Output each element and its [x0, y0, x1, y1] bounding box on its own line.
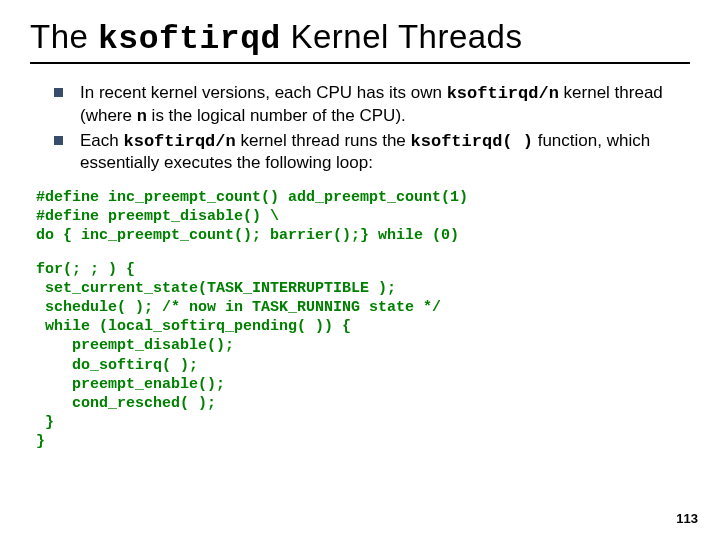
bullet-code: ksoftirqd/n: [447, 84, 559, 103]
bullet-code: ksoftirqd( ): [411, 132, 533, 151]
title-post: Kernel Threads: [281, 18, 523, 55]
bullet-item: Each ksoftirqd/n kernel thread runs the …: [54, 130, 680, 175]
bullet-text: kernel thread runs the: [236, 131, 411, 150]
title-code: ksoftirqd: [98, 21, 281, 58]
slide-title: The ksoftirqd Kernel Threads: [30, 18, 690, 58]
bullet-code: ksoftirqd/n: [123, 132, 235, 151]
code-block-loop: for(; ; ) { set_current_state(TASK_INTER…: [36, 260, 690, 452]
bullet-item: In recent kernel versions, each CPU has …: [54, 82, 680, 128]
code-block-defines: #define inc_preempt_count() add_preempt_…: [36, 188, 690, 246]
page-number: 113: [676, 511, 698, 526]
bullet-text: In recent kernel versions, each CPU has …: [80, 83, 447, 102]
title-rule: [30, 62, 690, 64]
bullet-text: is the logical number of the CPU).: [147, 106, 406, 125]
bullet-text: Each: [80, 131, 123, 150]
title-pre: The: [30, 18, 98, 55]
bullet-list: In recent kernel versions, each CPU has …: [30, 82, 690, 174]
bullet-code: n: [137, 107, 147, 126]
